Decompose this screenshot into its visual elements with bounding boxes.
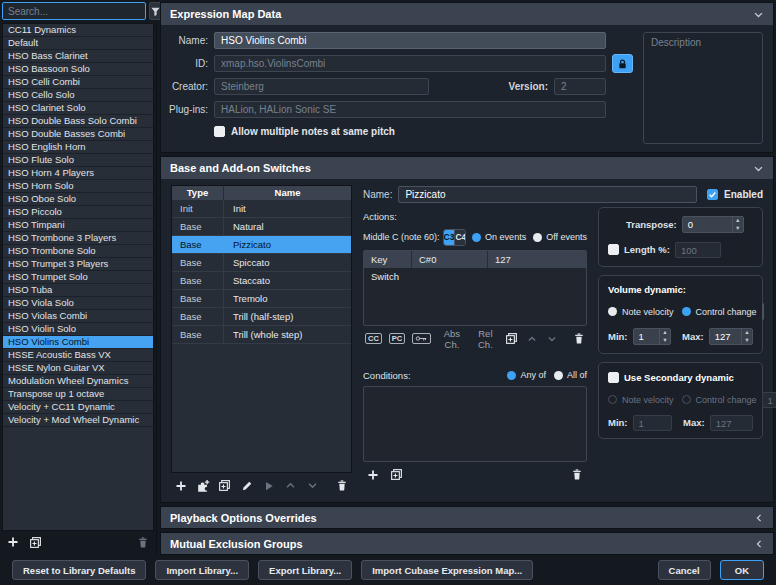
map-id-input[interactable] [214, 55, 606, 72]
expression-map-list-item[interactable]: HSO Oboe Solo [3, 193, 153, 206]
secondary-max-value[interactable]: 127 [710, 415, 753, 431]
spin-down-button[interactable]: ▼ [733, 225, 743, 233]
expression-map-list-item[interactable]: HSO Horn 4 Players [3, 167, 153, 180]
middle-c-c3-button[interactable]: C3 [444, 230, 456, 245]
expression-map-list-item[interactable]: Velocity + Mod Wheel Dynamic [3, 414, 153, 427]
expression-map-list-item[interactable]: HSSE Acoustic Bass VX [3, 349, 153, 362]
description-textarea[interactable] [643, 32, 763, 144]
control-change-radio[interactable] [682, 307, 691, 316]
action-row[interactable]: Key Switch C#0 127 [364, 251, 586, 268]
transpose-value[interactable]: 0 [683, 217, 732, 232]
add-condition-button[interactable] [365, 467, 381, 483]
expression-map-list-item[interactable]: Velocity + CC11 Dynamic [3, 401, 153, 414]
expression-map-list-item[interactable]: HSO Celli Combi [3, 76, 153, 89]
max-value[interactable]: 127 [710, 329, 741, 344]
delete-condition-button[interactable] [569, 467, 585, 483]
duplicate-map-button[interactable] [27, 534, 43, 550]
expression-map-list-item[interactable]: HSO Violins Combi [3, 336, 153, 349]
duplicate-switch-button[interactable] [218, 478, 232, 494]
expression-map-list-item[interactable]: HSO Timpani [3, 219, 153, 232]
any-of-radio[interactable] [507, 371, 516, 380]
expression-map-list-item[interactable]: HSO Trombone Solo [3, 245, 153, 258]
add-switch-button[interactable] [174, 478, 188, 494]
delete-action-button[interactable] [572, 331, 585, 347]
expression-map-list-item[interactable]: HSSE Nylon Guitar VX [3, 362, 153, 375]
chevron-down-icon[interactable] [753, 9, 764, 20]
library-button[interactable]: Import Cubase Expression Map... [361, 560, 533, 580]
switch-row[interactable]: Base Staccato [172, 272, 351, 290]
expression-map-list-item[interactable]: Modulation Wheel Dynamics [3, 375, 153, 388]
allow-multiple-checkbox[interactable] [214, 126, 225, 137]
secondary-control-change-radio[interactable] [682, 395, 691, 404]
expression-map-list-item[interactable]: HSO Double Basses Combi [3, 128, 153, 141]
expression-map-list-item[interactable]: HSO Trumpet 3 Players [3, 258, 153, 271]
chevron-down-icon[interactable] [753, 163, 764, 174]
on-events-radio[interactable] [472, 233, 481, 242]
expression-map-list-item[interactable]: HSO Piccolo [3, 206, 153, 219]
all-of-radio[interactable] [554, 371, 563, 380]
use-secondary-checkbox[interactable] [608, 372, 619, 383]
secondary-note-velocity-radio[interactable] [608, 395, 617, 404]
add-keyswitch-action-button[interactable] [412, 333, 431, 344]
spin-up-button[interactable]: ▲ [660, 329, 670, 337]
switch-row[interactable]: Base Trill (half-step) [172, 308, 351, 326]
chevron-left-icon[interactable] [754, 513, 764, 523]
add-addon-switch-button[interactable] [196, 478, 210, 494]
library-button[interactable]: Reset to Library Defaults [12, 560, 146, 580]
plugins-input[interactable] [214, 101, 606, 118]
switch-row[interactable]: Base Tremolo [172, 290, 351, 308]
version-input[interactable] [554, 78, 606, 95]
delete-switch-button[interactable] [335, 478, 349, 494]
library-button[interactable]: Import Library... [155, 560, 249, 580]
expression-map-list-item[interactable]: HSO Viola Solo [3, 297, 153, 310]
expression-map-list-item[interactable]: Transpose up 1 octave [3, 388, 153, 401]
expression-map-list-item[interactable]: HSO English Horn [3, 141, 153, 154]
expression-map-list-item[interactable]: HSO Bass Clarinet [3, 50, 153, 63]
secondary-min-value[interactable]: 1 [633, 415, 672, 431]
add-pc-action-button[interactable]: PC [389, 333, 405, 345]
expression-map-list-item[interactable]: HSO Violin Solo [3, 323, 153, 336]
abs-channel-button[interactable]: Abs Ch. [438, 328, 465, 350]
expression-map-list-item[interactable]: HSO Clarinet Solo [3, 102, 153, 115]
expression-map-list-item[interactable]: HSO Trumpet Solo [3, 271, 153, 284]
playback-overrides-header[interactable]: Playback Options Overrides [161, 507, 773, 528]
expression-map-list-item[interactable]: HSO Horn Solo [3, 180, 153, 193]
expression-map-list-item[interactable]: Default [3, 37, 153, 50]
expression-map-data-header[interactable]: Expression Map Data [161, 3, 773, 25]
cancel-button[interactable]: Cancel [658, 560, 711, 580]
control-change-value[interactable]: 1 [763, 304, 764, 319]
spin-up-button[interactable]: ▲ [733, 217, 743, 225]
switch-row[interactable]: Base Pizzicato [172, 236, 351, 254]
length-value[interactable]: 100 [675, 242, 721, 258]
expression-map-list-item[interactable]: HSO Bassoon Solo [3, 63, 153, 76]
switch-row[interactable]: Base Spiccato [172, 254, 351, 272]
switch-row[interactable]: Base Natural [172, 218, 351, 236]
delete-map-button[interactable] [135, 534, 151, 550]
audition-switch-button[interactable] [262, 478, 276, 494]
expression-map-list-item[interactable]: HSO Trombone 3 Players [3, 232, 153, 245]
move-switch-up-button[interactable] [283, 478, 297, 494]
switch-name-input[interactable] [398, 186, 697, 203]
chevron-left-icon[interactable] [754, 539, 764, 549]
move-action-up-button[interactable] [525, 331, 538, 347]
switch-row[interactable]: Init Init [172, 200, 351, 218]
min-value[interactable]: 1 [634, 329, 660, 344]
map-name-input[interactable] [214, 32, 606, 49]
expression-map-list-item[interactable]: HSO Double Bass Solo Combi [3, 115, 153, 128]
expression-map-list-item[interactable]: HSO Flute Solo [3, 154, 153, 167]
edit-switch-button[interactable] [240, 478, 254, 494]
expression-map-list-item[interactable]: HSO Violas Combi [3, 310, 153, 323]
add-map-button[interactable] [5, 534, 21, 550]
switches-header[interactable]: Base and Add-on Switches [161, 157, 773, 179]
mutual-exclusion-header[interactable]: Mutual Exclusion Groups [161, 533, 773, 554]
lock-id-button[interactable] [612, 54, 633, 73]
search-input[interactable] [2, 2, 146, 20]
ok-button[interactable]: OK [720, 560, 764, 580]
note-velocity-radio[interactable] [608, 307, 617, 316]
middle-c-c4-button[interactable]: C4 [455, 230, 466, 245]
library-button[interactable]: Export Library... [258, 560, 352, 580]
secondary-control-change-value[interactable]: 1 [762, 392, 776, 408]
creator-input[interactable] [214, 78, 429, 95]
expression-map-list-item[interactable]: HSO Cello Solo [3, 89, 153, 102]
move-action-down-button[interactable] [545, 331, 558, 347]
